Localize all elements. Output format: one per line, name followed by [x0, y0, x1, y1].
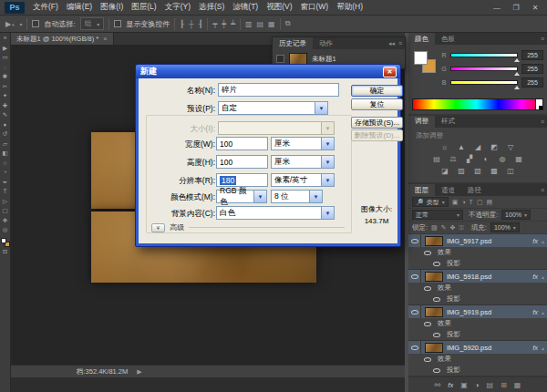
foreground-color-swatch[interactable] [414, 51, 428, 65]
quick-selection-tool-icon[interactable]: ✱ [0, 72, 11, 82]
background-dropdown[interactable]: 白色▼ [216, 206, 335, 220]
visibility-eye-icon[interactable] [411, 346, 418, 350]
width-input[interactable]: 100 [216, 137, 268, 150]
minimize-button[interactable]: — [490, 4, 504, 12]
filter-pixel-icon[interactable]: ▣ [452, 199, 459, 206]
drop-shadow-row[interactable]: 投影 [408, 294, 547, 304]
resolution-unit-dropdown[interactable]: 像素/英寸▼ [271, 173, 335, 187]
visibility-eye-icon[interactable] [411, 310, 418, 315]
move-tool-icon[interactable]: ▶ [0, 44, 11, 54]
lock-transparency-icon[interactable]: ▨ [431, 224, 438, 232]
layer-thumbnail[interactable] [425, 343, 443, 353]
filter-shape-icon[interactable]: ▢ [477, 199, 483, 206]
tab-layers[interactable]: 图层 [408, 184, 435, 196]
layer-row[interactable]: IMG_5919.psd fx ▴ [408, 305, 547, 318]
menu-item-window[interactable]: 窗口(W) [301, 2, 329, 13]
hand-tool-icon[interactable]: ✥ [0, 216, 11, 226]
visibility-eye-icon[interactable] [424, 357, 431, 362]
quick-mask-icon[interactable]: ⊡ [0, 247, 11, 257]
lock-position-icon[interactable]: ✥ [450, 224, 456, 232]
menu-item-help[interactable]: 帮助(H) [336, 2, 363, 13]
crop-tool-icon[interactable]: ✂ [0, 82, 11, 92]
path-selection-tool-icon[interactable]: ▷ [0, 197, 11, 207]
tab-swatches[interactable]: 色板 [435, 33, 461, 45]
layer-thumbnail[interactable] [425, 272, 443, 282]
menu-item-view[interactable]: 视图(V) [266, 2, 292, 13]
align-vertical-centers-icon[interactable]: ┼ [189, 20, 194, 28]
tab-color[interactable]: 颜色 [408, 33, 435, 45]
lock-pixels-icon[interactable]: ✎ [441, 224, 447, 232]
drop-shadow-row[interactable]: 投影 [408, 258, 547, 269]
visibility-eye-icon[interactable] [411, 239, 418, 243]
add-layer-mask-icon[interactable]: ▣ [460, 381, 468, 389]
blue-value[interactable]: 255 [521, 77, 543, 88]
layer-name[interactable]: IMG_5919.psd [447, 308, 529, 316]
brightness-contrast-icon[interactable]: ☼ [439, 142, 451, 152]
menu-item-select[interactable]: 选择(S) [199, 2, 224, 13]
panel-collapse-icon[interactable]: ◂◂ [388, 40, 395, 47]
posterize-icon[interactable]: ▨ [456, 166, 468, 176]
lock-all-icon[interactable]: ⚿ [459, 224, 463, 232]
curves-icon[interactable]: ◢ [472, 142, 484, 152]
visibility-eye-icon[interactable] [424, 251, 431, 255]
pen-tool-icon[interactable]: ✒ [0, 178, 11, 188]
preset-dropdown[interactable]: 自定▼ [218, 101, 328, 115]
align-top-edges-icon[interactable]: ┠ [180, 20, 184, 28]
new-adjustment-layer-icon[interactable]: ◑ [475, 381, 480, 389]
tab-styles[interactable]: 样式 [435, 116, 461, 128]
dodge-tool-icon[interactable]: ◔ [0, 168, 11, 178]
visibility-eye-icon[interactable] [411, 274, 418, 279]
layer-thumbnail[interactable] [425, 307, 443, 317]
lasso-tool-icon[interactable]: ◌ [0, 63, 11, 73]
width-unit-dropdown[interactable]: 厘米▼ [271, 137, 335, 150]
restore-button[interactable]: ❐ [509, 4, 523, 12]
opacity-value[interactable]: 100%▾ [501, 210, 531, 220]
threshold-icon[interactable]: ▧ [472, 166, 484, 176]
vibrance-icon[interactable]: ▽ [505, 142, 517, 152]
align-bottom-edges-icon[interactable]: ┨ [199, 20, 203, 28]
blur-tool-icon[interactable]: ○ [0, 159, 11, 169]
hue-saturation-icon[interactable]: ▤ [431, 154, 443, 164]
tool-preset-arrow-icon[interactable]: ▾ [19, 21, 22, 27]
effects-collapse-icon[interactable]: ▴ [542, 345, 544, 351]
tab-history[interactable]: 历史记录 [273, 37, 313, 49]
drop-shadow-row[interactable]: 投影 [408, 329, 547, 340]
auto-align-layers-icon[interactable]: ⧉ [285, 19, 291, 28]
blue-slider[interactable] [450, 80, 518, 85]
color-spectrum-ramp[interactable] [412, 98, 543, 110]
toolbar-collapse-icon[interactable]: » [0, 34, 11, 44]
close-button[interactable]: ✕ [528, 4, 542, 12]
color-lookup-icon[interactable]: ▦ [513, 154, 525, 164]
tab-actions[interactable]: 动作 [313, 37, 339, 49]
marquee-tool-icon[interactable]: ▭ [0, 53, 11, 63]
panel-menu-icon[interactable]: ≡ [398, 40, 402, 46]
fx-badge[interactable]: fx [532, 273, 538, 281]
name-input[interactable]: 碎片 [218, 83, 339, 97]
layer-name[interactable]: IMG_5918.psd [447, 273, 529, 281]
save-preset-button[interactable]: 存储预设(S)... [351, 117, 403, 129]
menu-item-file[interactable]: 文件(F) [33, 2, 58, 13]
distribute-middle-icon[interactable]: ▤ [257, 20, 264, 28]
dialog-title-bar[interactable]: 新建 ✕ [136, 65, 400, 78]
status-options-arrow-icon[interactable]: ▶ [137, 368, 141, 376]
selective-color-icon[interactable]: ◫ [505, 166, 517, 176]
filter-smart-object-icon[interactable]: ▤ [487, 199, 493, 206]
height-input[interactable]: 100 [216, 155, 268, 169]
effects-collapse-icon[interactable]: ▴ [542, 238, 544, 244]
healing-brush-tool-icon[interactable]: ✚ [0, 101, 11, 111]
panel-menu-icon[interactable]: ≡ [541, 187, 544, 193]
shape-tool-icon[interactable]: ▢ [0, 206, 11, 216]
dialog-close-button[interactable]: ✕ [383, 67, 397, 77]
blend-mode-dropdown[interactable]: 正常▾ [412, 210, 463, 220]
red-slider[interactable] [450, 53, 518, 57]
drop-shadow-row[interactable]: 投影 [408, 365, 547, 376]
new-layer-icon[interactable]: ⊞ [501, 381, 507, 389]
filter-type-icon[interactable]: T [470, 199, 473, 205]
layer-thumbnail[interactable] [425, 236, 443, 246]
color-balance-icon[interactable]: ⚖ [448, 154, 459, 164]
black-white-icon[interactable]: ▞ [464, 154, 476, 164]
layer-row[interactable]: IMG_5920.psd fx ▴ [408, 341, 547, 354]
bit-depth-dropdown[interactable]: 8 位▼ [271, 190, 323, 203]
invert-icon[interactable]: ◪ [439, 166, 451, 176]
document-tab-close-icon[interactable]: × [103, 35, 107, 43]
